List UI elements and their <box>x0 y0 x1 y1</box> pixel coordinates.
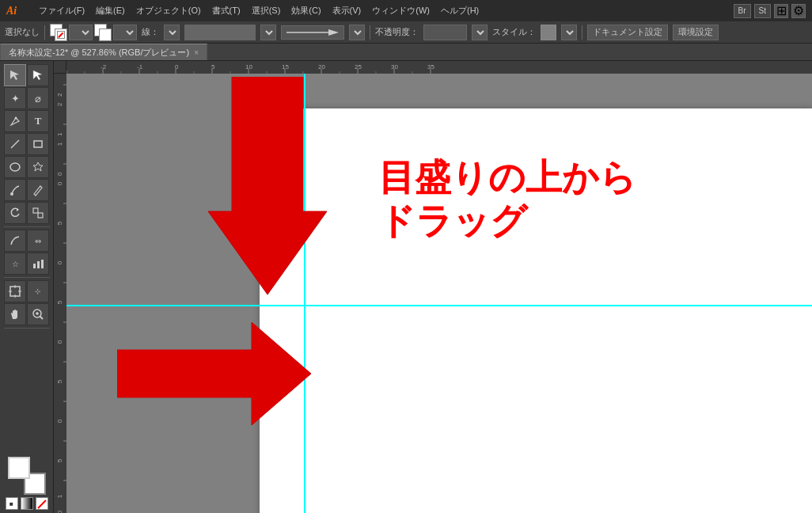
arrow-right <box>117 322 311 425</box>
direct-select-tool[interactable] <box>27 64 49 86</box>
menu-select[interactable]: 選択(S) <box>248 3 285 18</box>
opacity-dropdown[interactable]: ▼ <box>472 25 488 40</box>
warp-tool[interactable] <box>4 230 26 252</box>
line-tool[interactable] <box>4 133 26 155</box>
fill-dropdown[interactable]: ▼ <box>69 25 93 40</box>
rotate-tool[interactable] <box>4 202 26 224</box>
vertical-ruler: 2 1 0 2 1 0 5 <box>54 61 66 513</box>
svg-line-5 <box>11 140 19 148</box>
opacity-input[interactable]: 100% <box>423 25 467 40</box>
tool-row-8: ⇔ <box>4 230 49 252</box>
type-tool[interactable]: T <box>27 110 49 132</box>
width-tool[interactable]: ⇔ <box>27 230 49 252</box>
rectangle-tool[interactable] <box>27 133 49 155</box>
pencil-tool[interactable] <box>27 179 49 201</box>
tool-row-10: ⊹ <box>4 280 49 302</box>
svg-text:25: 25 <box>355 63 362 70</box>
hand-tool[interactable] <box>4 303 26 325</box>
svg-text:10: 10 <box>245 63 252 70</box>
svg-text:2: 2 <box>56 102 63 106</box>
zoom-tool[interactable] <box>27 303 49 325</box>
menu-effect[interactable]: 効果(C) <box>287 3 324 18</box>
stroke-weight-dropdown[interactable]: ▼ <box>164 25 180 40</box>
tab-row: 名称未設定-12* @ 527.86% (RGB/プレビュー) × <box>0 44 812 61</box>
menu-help[interactable]: ヘルプ(H) <box>437 3 483 18</box>
env-settings-button[interactable]: 環境設定 <box>673 25 719 40</box>
menu-object[interactable]: オブジェクト(O) <box>132 3 205 18</box>
gradient-mode-button[interactable] <box>21 497 33 510</box>
svg-text:0: 0 <box>56 172 63 176</box>
menu-edit[interactable]: 編集(E) <box>92 3 129 18</box>
menu-view[interactable]: 表示(V) <box>328 3 366 18</box>
svg-text:0: 0 <box>56 419 63 423</box>
title-bar-right: Br St ⊞ ⚙ <box>734 4 806 18</box>
lasso-tool[interactable]: ⌀ <box>27 87 49 109</box>
tool-separator-2 <box>4 277 50 278</box>
svg-text:2: 2 <box>56 93 63 97</box>
svg-marker-2 <box>10 70 19 80</box>
svg-text:5: 5 <box>56 221 63 225</box>
fill-stroke-boxes <box>8 457 46 495</box>
svg-text:20: 20 <box>318 63 325 70</box>
stroke-color-input[interactable] <box>184 25 256 40</box>
svg-text:0: 0 <box>56 181 63 185</box>
menu-type[interactable]: 書式(T) <box>208 3 245 18</box>
tab-close-button[interactable]: × <box>194 48 199 57</box>
brush-tool[interactable] <box>4 179 26 201</box>
stroke-label: 線： <box>142 26 159 38</box>
arrow-dropdown[interactable]: ▼ <box>349 25 365 40</box>
selection-label: 選択なし <box>5 26 40 38</box>
style-dropdown[interactable]: ▼ <box>561 25 577 40</box>
svg-line-22 <box>40 317 44 320</box>
guide-instruction-text: 目盛りの上から ドラッグ <box>378 156 636 243</box>
title-bar: Ai ファイル(F) 編集(E) オブジェクト(O) 書式(T) 選択(S) 効… <box>0 0 812 21</box>
br-button[interactable]: Br <box>734 4 751 18</box>
pen-tool[interactable] <box>4 110 26 132</box>
menu-window[interactable]: ウィンドウ(W) <box>368 3 434 18</box>
svg-text:5: 5 <box>56 379 63 383</box>
st-button[interactable]: St <box>754 4 771 18</box>
color-mode-button[interactable]: ■ <box>6 497 18 510</box>
ellipse-tool[interactable] <box>4 156 26 178</box>
svg-text:5: 5 <box>211 63 215 70</box>
color-area: ■ <box>6 457 48 510</box>
stroke-color-dropdown[interactable]: ▼ <box>260 25 276 40</box>
star-tool[interactable] <box>27 156 49 178</box>
graph-tool[interactable] <box>27 253 49 275</box>
arrow-style-preview[interactable] <box>281 25 344 40</box>
svg-text:-2: -2 <box>101 63 107 70</box>
slice-tool[interactable]: ⊹ <box>27 280 49 302</box>
style-swatch[interactable] <box>541 25 556 40</box>
ai-logo: Ai <box>6 5 25 17</box>
grid-icon[interactable]: ⊞ <box>774 4 788 18</box>
document-tab[interactable]: 名称未設定-12* @ 527.86% (RGB/プレビュー) × <box>0 44 207 60</box>
svg-text:30: 30 <box>391 63 398 70</box>
magic-wand-tool[interactable]: ✦ <box>4 87 26 109</box>
symbol-tool[interactable]: ☆ <box>4 253 26 275</box>
ruler-corner <box>54 61 66 74</box>
scale-tool[interactable] <box>27 202 49 224</box>
none-mode-button[interactable] <box>36 497 48 510</box>
artboard-tool[interactable] <box>4 280 26 302</box>
svg-text:0: 0 <box>56 260 63 264</box>
tool-row-11 <box>4 303 49 325</box>
fill-color-box[interactable] <box>8 457 30 479</box>
toolbox: ✦ ⌀ T <box>0 61 54 513</box>
svg-text:5: 5 <box>56 300 63 304</box>
svg-text:0: 0 <box>56 510 63 513</box>
canvas-area[interactable]: -2 -1 0 5 10 15 20 25 30 <box>54 61 812 513</box>
divider-2 <box>370 25 370 40</box>
stroke-dropdown[interactable]: ▼ <box>113 25 137 40</box>
tool-row-6 <box>4 179 49 201</box>
select-tool[interactable] <box>4 64 26 86</box>
tool-row-3: T <box>4 110 49 132</box>
style-label: スタイル： <box>492 26 536 38</box>
divider-1 <box>44 25 45 40</box>
svg-text:15: 15 <box>282 63 289 70</box>
control-bar: 選択なし ▼ ▼ 線： ▼ ▼ <box>0 21 812 44</box>
svg-point-4 <box>15 117 17 120</box>
doc-settings-button[interactable]: ドキュメント設定 <box>587 25 668 40</box>
menu-file[interactable]: ファイル(F) <box>35 3 89 18</box>
settings-icon[interactable]: ⚙ <box>791 4 806 18</box>
svg-text:0: 0 <box>175 63 179 70</box>
